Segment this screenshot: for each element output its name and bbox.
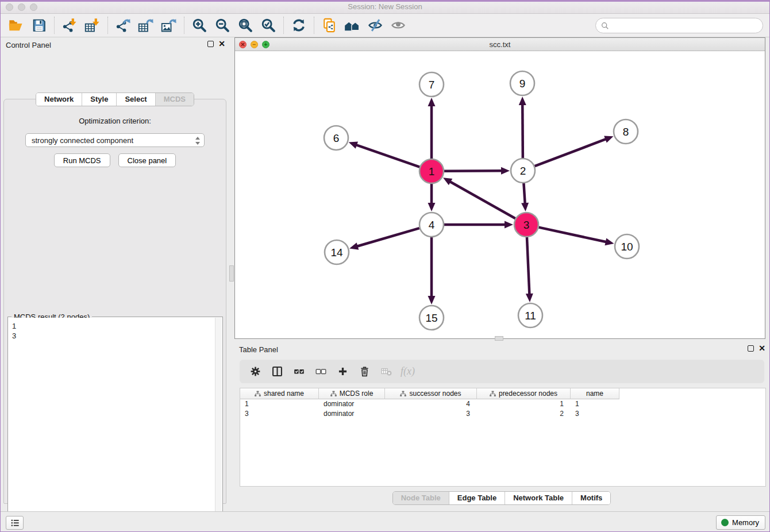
edge-2-3[interactable] [523, 183, 525, 205]
delete-columns-button[interactable] [355, 363, 374, 381]
table-cell[interactable]: 1 [477, 399, 571, 409]
mcds-result-item[interactable]: 3 [12, 331, 211, 341]
clone-network-button[interactable] [318, 16, 341, 35]
edge-1-6[interactable] [355, 145, 419, 167]
graph-node-8[interactable]: 8 [614, 119, 638, 144]
table-cell[interactable]: dominator [319, 399, 385, 409]
node-label: 14 [330, 246, 343, 259]
panels-menu-button[interactable] [6, 516, 24, 530]
result-scrollbar[interactable] [215, 318, 222, 531]
close-table-panel-icon[interactable]: ✕ [759, 345, 765, 352]
zoom-in-icon [191, 17, 207, 33]
edge-3-10[interactable] [538, 228, 607, 242]
edge-2-8[interactable] [535, 138, 607, 166]
control-tab-style[interactable]: Style [82, 93, 117, 106]
graph-node-2[interactable]: 2 [511, 159, 535, 183]
graph-node-3[interactable]: 3 [514, 213, 538, 237]
table-cell[interactable]: 1 [240, 399, 319, 409]
zoom-fit-button[interactable] [234, 16, 257, 35]
zoom-out-button[interactable] [211, 16, 234, 35]
column-header-MCDS-role[interactable]: MCDS role [319, 388, 385, 399]
graph-node-9[interactable]: 9 [510, 71, 534, 95]
show-graphics-details-button[interactable] [387, 16, 410, 35]
edge-2-9[interactable] [522, 103, 523, 158]
table-cell[interactable]: 4 [385, 399, 477, 409]
mcds-result-list[interactable]: 13 [9, 318, 215, 531]
run-mcds-button[interactable]: Run MCDS [54, 153, 110, 167]
table-row[interactable]: 3dominator323 [240, 409, 765, 419]
graph-node-1[interactable]: 1 [419, 159, 444, 183]
edge-3-11[interactable] [527, 237, 529, 295]
control-tab-select[interactable]: Select [117, 93, 155, 106]
empty-boxes-icon [315, 365, 327, 377]
delete-table-button[interactable] [376, 363, 396, 381]
graph-node-7[interactable]: 7 [419, 72, 444, 97]
import-table-button[interactable] [81, 16, 104, 35]
function-builder-button[interactable]: f(x) [398, 365, 415, 377]
float-panel-icon[interactable] [207, 41, 214, 47]
control-tab-mcds[interactable]: MCDS [156, 93, 194, 106]
node-label: 3 [523, 219, 530, 231]
table-panel-header: Table Panel ✕ [233, 342, 770, 357]
export-image-button[interactable] [157, 16, 180, 35]
zoom-in-button[interactable] [188, 16, 211, 35]
table-tab-edge-table[interactable]: Edge Table [449, 492, 505, 504]
first-neighbors-button[interactable] [341, 16, 364, 35]
optimization-select[interactable]: strongly connected component [25, 133, 205, 147]
mcds-result-item[interactable]: 1 [12, 321, 211, 331]
edge-3-1[interactable] [449, 181, 515, 218]
save-session-button[interactable] [28, 16, 51, 35]
graph-node-14[interactable]: 14 [325, 240, 349, 264]
close-panel-button[interactable]: Close panel [118, 153, 176, 167]
export-table-button[interactable] [134, 16, 157, 35]
float-table-panel-icon[interactable] [748, 345, 754, 352]
edge-1-2[interactable] [444, 171, 503, 171]
graph-node-15[interactable]: 15 [419, 306, 444, 330]
deselect-all-rows-button[interactable] [311, 363, 330, 381]
toggle-columns-button[interactable] [267, 363, 287, 381]
network-canvas[interactable]: 7968124314101511 [235, 51, 765, 338]
apply-layout-button[interactable] [287, 16, 310, 35]
graph-node-10[interactable]: 10 [615, 234, 639, 259]
column-header-predecessor-nodes[interactable]: predecessor nodes [477, 388, 571, 399]
status-bar: Memory [0, 511, 770, 532]
mcds-result-group: MCDS result (2 nodes) 13 [7, 317, 223, 532]
memory-button[interactable]: Memory [716, 515, 765, 530]
table-cell[interactable]: 2 [477, 409, 571, 419]
graph-node-11[interactable]: 11 [518, 303, 542, 327]
table-cell[interactable]: 1 [571, 399, 619, 409]
plus-icon [337, 365, 349, 377]
table-tab-node-table[interactable]: Node Table [393, 492, 449, 504]
table-tab-network-table[interactable]: Network Table [505, 492, 572, 504]
vertical-splitter-grip[interactable] [229, 265, 234, 282]
network-window-titlebar[interactable]: ✕ − + scc.txt [235, 38, 765, 51]
table-cell[interactable]: 3 [240, 409, 319, 419]
table-cell[interactable]: 3 [385, 409, 477, 419]
save-icon [31, 17, 47, 33]
search-input[interactable] [612, 20, 763, 32]
graph-node-4[interactable]: 4 [419, 213, 444, 237]
control-tab-network[interactable]: Network [36, 93, 82, 106]
close-panel-icon[interactable]: ✕ [218, 41, 225, 47]
export-network-button[interactable] [111, 16, 134, 35]
column-header-name[interactable]: name [571, 388, 619, 399]
select-all-rows-button[interactable] [289, 363, 309, 381]
column-type-icon [330, 391, 337, 397]
table-cell[interactable]: dominator [319, 409, 385, 419]
zoom-selected-button[interactable] [257, 16, 280, 35]
graph-node-6[interactable]: 6 [324, 126, 348, 150]
open-session-button[interactable] [5, 16, 28, 35]
table-row[interactable]: 1dominator411 [240, 399, 765, 409]
hide-graphics-details-button[interactable] [364, 16, 387, 35]
create-column-button[interactable] [333, 363, 352, 381]
table-settings-button[interactable] [245, 363, 265, 381]
optimization-criterion-label: Optimization criterion: [4, 117, 226, 125]
table-cell[interactable]: 3 [571, 409, 619, 419]
edge-4-14[interactable] [356, 228, 419, 246]
horizontal-splitter-grip[interactable] [495, 336, 503, 341]
column-header-successor-nodes[interactable]: successor nodes [385, 388, 477, 399]
column-header-shared-name[interactable]: shared name [240, 388, 319, 399]
search-box[interactable] [595, 18, 763, 33]
table-tab-motifs[interactable]: Motifs [572, 492, 610, 504]
import-network-button[interactable] [58, 16, 81, 35]
